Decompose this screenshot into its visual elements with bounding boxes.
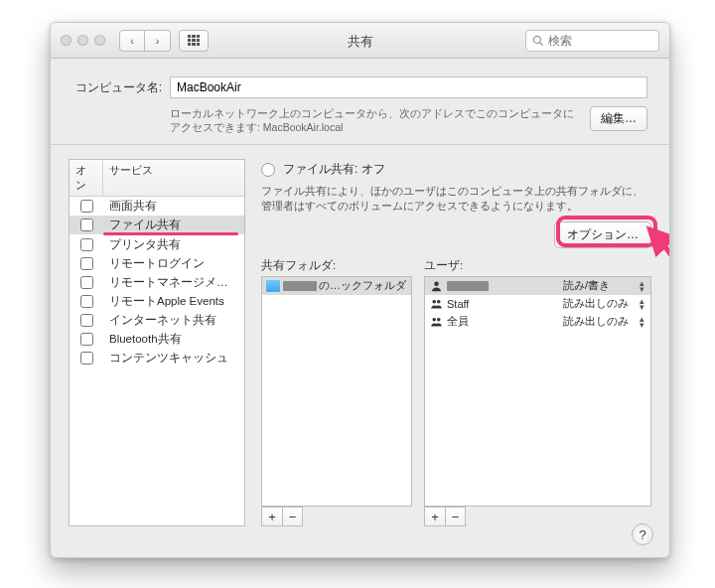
forward-button[interactable]: › [145,30,171,52]
permission-select[interactable]: 読み/書き▴▾ [563,278,646,293]
service-checkbox[interactable] [80,314,93,327]
services-header: オン サービス [70,160,244,197]
svg-point-1 [432,300,436,304]
computer-name-row: コンピュータ名: [51,59,669,102]
service-checkbox[interactable] [80,295,93,308]
remove-user-button[interactable]: − [445,507,466,526]
users-list[interactable]: 読み/書き▴▾Staff読み出しのみ▴▾全員読み出しのみ▴▾ [424,276,651,508]
add-folder-button[interactable]: + [261,507,282,526]
show-all-button[interactable] [179,30,209,52]
service-label: プリンタ共有 [103,237,244,252]
body: オン サービス 画面共有ファイル共有プリンタ共有リモートログインリモートマネージ… [51,145,669,540]
redacted-text [283,281,317,291]
permission-select[interactable]: 読み出しのみ▴▾ [563,296,646,311]
people-icon [429,316,443,328]
service-row[interactable]: リモートマネージメント [70,273,244,292]
permission-select[interactable]: 読み出しのみ▴▾ [563,314,646,329]
service-checkbox[interactable] [80,200,93,213]
service-checkbox[interactable] [80,333,93,346]
service-row[interactable]: 画面共有 [70,197,244,216]
add-user-button[interactable]: + [424,507,445,526]
svg-point-0 [434,281,439,286]
service-row[interactable]: リモートログイン [70,254,244,273]
service-label: リモートApple Events [103,294,244,309]
service-label: リモートログイン [103,256,244,271]
service-checkbox[interactable] [80,257,93,270]
chevron-updown-icon: ▴▾ [640,316,644,328]
users-column: ユーザ: 読み/書き▴▾Staff読み出しのみ▴▾全員読み出しのみ▴▾ + − [424,258,651,527]
sharing-preferences-window: ‹ › 共有 コンピュータ名: ローカルネットワーク上のコンピュータから、次のア… [50,22,670,558]
users-label: ユーザ: [424,258,651,273]
service-row[interactable]: コンテンツキャッシュ [70,349,244,368]
shared-folders-label: 共有フォルダ: [261,258,412,273]
status-row: ファイル共有: オフ [261,161,651,178]
status-title: ファイル共有: オフ [283,161,385,178]
lists-row: 共有フォルダ: の…ックフォルダ + − ユーザ: 読み/書き▴▾Staff読み… [261,258,651,527]
chevron-updown-icon: ▴▾ [640,280,644,292]
close-icon[interactable] [61,35,72,46]
remove-folder-button[interactable]: − [282,507,303,526]
service-label: コンテンツキャッシュ [103,351,244,366]
status-description: ファイル共有により、ほかのユーザはこのコンピュータ上の共有フォルダに、管理者はす… [261,184,651,213]
svg-point-4 [436,318,440,322]
service-label: 画面共有 [103,199,244,214]
user-row[interactable]: 読み/書き▴▾ [425,277,650,295]
computer-name-label: コンピュータ名: [72,79,162,96]
help-button[interactable]: ? [632,523,653,545]
chevron-updown-icon: ▴▾ [640,298,644,310]
svg-point-2 [436,300,440,304]
search-input[interactable] [548,34,652,48]
service-label: インターネット共有 [103,313,244,328]
service-checkbox[interactable] [80,238,93,251]
service-checkbox[interactable] [80,276,93,289]
edit-button[interactable]: 編集… [590,106,647,131]
user-name: 全員 [447,314,563,329]
service-row[interactable]: ファイル共有 [70,216,244,234]
computer-name-hint: ローカルネットワーク上のコンピュータから、次のアドレスでこのコンピュータにアクセ… [170,106,582,134]
user-name: Staff [447,298,563,310]
computer-name-input[interactable] [170,76,647,98]
minimize-icon[interactable] [77,35,88,46]
shared-folders-list[interactable]: の…ックフォルダ [261,276,412,508]
user-name-text: Staff [447,298,469,310]
search-icon [532,35,544,47]
service-label: リモートマネージメント [103,275,244,290]
nav-segment: ‹ › [119,30,171,52]
services-table: オン サービス 画面共有ファイル共有プリンタ共有リモートログインリモートマネージ… [69,159,245,526]
service-label: Bluetooth共有 [103,332,244,347]
back-button[interactable]: ‹ [119,30,145,52]
folder-item[interactable]: の…ックフォルダ [262,277,411,295]
services-header-service: サービス [103,160,244,196]
service-label: ファイル共有 [103,218,244,232]
user-name-text: 全員 [447,315,469,327]
person-icon [429,280,443,292]
service-checkbox[interactable] [80,352,93,365]
service-row[interactable]: Bluetooth共有 [70,330,244,349]
service-row[interactable]: プリンタ共有 [70,235,244,254]
user-row[interactable]: Staff読み出しのみ▴▾ [425,295,650,313]
status-indicator [261,163,275,177]
redacted-text [447,281,489,291]
folder-icon [266,280,280,292]
service-row[interactable]: リモートApple Events [70,292,244,311]
zoom-icon[interactable] [94,35,105,46]
detail-pane: ファイル共有: オフ ファイル共有により、ほかのユーザはこのコンピュータ上の共有… [261,159,651,526]
window-controls [61,35,105,46]
users-addremove: + − [424,507,466,526]
services-header-on: オン [70,160,103,196]
services-rows: 画面共有ファイル共有プリンタ共有リモートログインリモートマネージメントリモートA… [70,197,244,368]
titlebar: ‹ › 共有 [51,23,669,59]
user-name [447,281,563,291]
folder-name: の…ックフォルダ [319,278,407,293]
search-field[interactable] [525,30,659,52]
computer-name-hint-row: ローカルネットワーク上のコンピュータから、次のアドレスでこのコンピュータにアクセ… [51,102,669,144]
people-icon [429,298,443,310]
service-checkbox[interactable] [80,219,93,231]
folders-addremove: + − [261,507,303,526]
shared-folders-column: 共有フォルダ: の…ックフォルダ + − [261,258,412,527]
user-row[interactable]: 全員読み出しのみ▴▾ [425,313,650,331]
svg-point-3 [432,318,436,322]
options-button[interactable]: オプション… [554,221,651,248]
service-row[interactable]: インターネット共有 [70,311,244,330]
